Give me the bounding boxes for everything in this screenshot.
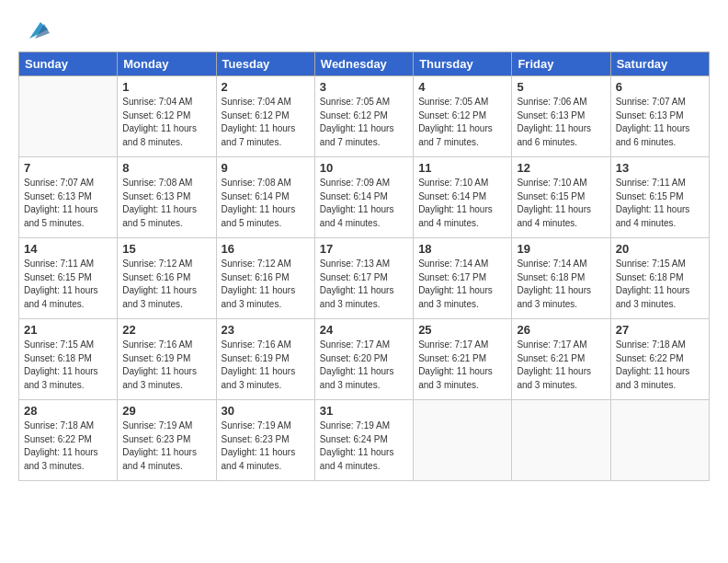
calendar: SundayMondayTuesdayWednesdayThursdayFrid… [18, 52, 710, 481]
calendar-cell: 14Sunrise: 7:11 AMSunset: 6:15 PMDayligh… [19, 238, 118, 319]
day-number: 20 [616, 242, 704, 256]
week-row-3: 14Sunrise: 7:11 AMSunset: 6:15 PMDayligh… [19, 238, 710, 319]
calendar-cell: 30Sunrise: 7:19 AMSunset: 6:23 PMDayligh… [216, 400, 314, 481]
day-number: 14 [24, 242, 112, 256]
day-info: Sunrise: 7:05 AMSunset: 6:12 PMDaylight:… [418, 96, 506, 149]
day-info: Sunrise: 7:07 AMSunset: 6:13 PMDaylight:… [24, 177, 112, 230]
day-number: 18 [418, 242, 506, 256]
day-info: Sunrise: 7:14 AMSunset: 6:17 PMDaylight:… [418, 258, 506, 311]
day-info: Sunrise: 7:15 AMSunset: 6:18 PMDaylight:… [616, 258, 704, 311]
day-number: 30 [222, 404, 310, 418]
page: SundayMondayTuesdayWednesdayThursdayFrid… [0, 0, 728, 563]
calendar-cell: 11Sunrise: 7:10 AMSunset: 6:14 PMDayligh… [414, 157, 512, 238]
calendar-cell: 28Sunrise: 7:18 AMSunset: 6:22 PMDayligh… [19, 400, 118, 481]
day-info: Sunrise: 7:08 AMSunset: 6:14 PMDaylight:… [222, 177, 310, 230]
calendar-cell: 3Sunrise: 7:05 AMSunset: 6:12 PMDaylight… [314, 76, 413, 157]
week-row-4: 21Sunrise: 7:15 AMSunset: 6:18 PMDayligh… [19, 319, 710, 400]
day-info: Sunrise: 7:07 AMSunset: 6:13 PMDaylight:… [616, 96, 704, 149]
calendar-cell: 2Sunrise: 7:04 AMSunset: 6:12 PMDaylight… [216, 76, 314, 157]
day-number: 2 [222, 80, 310, 94]
day-info: Sunrise: 7:11 AMSunset: 6:15 PMDaylight:… [24, 258, 112, 311]
day-number: 21 [24, 323, 112, 337]
calendar-cell: 22Sunrise: 7:16 AMSunset: 6:19 PMDayligh… [118, 319, 216, 400]
day-info: Sunrise: 7:16 AMSunset: 6:19 PMDaylight:… [122, 339, 210, 392]
day-info: Sunrise: 7:04 AMSunset: 6:12 PMDaylight:… [122, 96, 210, 149]
day-info: Sunrise: 7:10 AMSunset: 6:15 PMDaylight:… [517, 177, 605, 230]
calendar-cell: 25Sunrise: 7:17 AMSunset: 6:21 PMDayligh… [414, 319, 512, 400]
calendar-cell: 20Sunrise: 7:15 AMSunset: 6:18 PMDayligh… [610, 238, 709, 319]
day-number: 8 [122, 161, 210, 175]
col-header-tuesday: Tuesday [216, 52, 314, 76]
col-header-wednesday: Wednesday [314, 52, 413, 76]
calendar-cell: 29Sunrise: 7:19 AMSunset: 6:23 PMDayligh… [118, 400, 216, 481]
day-number: 10 [320, 161, 408, 175]
col-header-friday: Friday [512, 52, 610, 76]
calendar-cell: 15Sunrise: 7:12 AMSunset: 6:16 PMDayligh… [118, 238, 216, 319]
day-number: 27 [616, 323, 704, 337]
logo-icon [20, 13, 50, 42]
day-number: 9 [222, 161, 310, 175]
day-number: 15 [122, 242, 210, 256]
calendar-cell: 18Sunrise: 7:14 AMSunset: 6:17 PMDayligh… [414, 238, 512, 319]
day-info: Sunrise: 7:04 AMSunset: 6:12 PMDaylight:… [222, 96, 310, 149]
day-number: 7 [24, 161, 112, 175]
day-info: Sunrise: 7:18 AMSunset: 6:22 PMDaylight:… [24, 419, 112, 473]
week-row-1: 1Sunrise: 7:04 AMSunset: 6:12 PMDaylight… [19, 76, 710, 157]
calendar-cell: 6Sunrise: 7:07 AMSunset: 6:13 PMDaylight… [610, 76, 709, 157]
day-info: Sunrise: 7:17 AMSunset: 6:21 PMDaylight:… [517, 339, 605, 392]
day-info: Sunrise: 7:05 AMSunset: 6:12 PMDaylight:… [320, 96, 408, 149]
col-header-thursday: Thursday [414, 52, 512, 76]
col-header-monday: Monday [118, 52, 216, 76]
day-number: 23 [222, 323, 310, 337]
calendar-cell: 19Sunrise: 7:14 AMSunset: 6:18 PMDayligh… [512, 238, 610, 319]
week-row-2: 7Sunrise: 7:07 AMSunset: 6:13 PMDaylight… [19, 157, 710, 238]
calendar-cell: 27Sunrise: 7:18 AMSunset: 6:22 PMDayligh… [610, 319, 709, 400]
day-number: 29 [122, 404, 210, 418]
day-number: 22 [122, 323, 210, 337]
calendar-cell: 17Sunrise: 7:13 AMSunset: 6:17 PMDayligh… [314, 238, 413, 319]
day-number: 3 [320, 80, 408, 94]
day-info: Sunrise: 7:12 AMSunset: 6:16 PMDaylight:… [222, 258, 310, 311]
day-info: Sunrise: 7:17 AMSunset: 6:20 PMDaylight:… [320, 339, 408, 392]
day-info: Sunrise: 7:08 AMSunset: 6:13 PMDaylight:… [122, 177, 210, 230]
calendar-cell: 23Sunrise: 7:16 AMSunset: 6:19 PMDayligh… [216, 319, 314, 400]
day-info: Sunrise: 7:14 AMSunset: 6:18 PMDaylight:… [517, 258, 605, 311]
calendar-cell: 7Sunrise: 7:07 AMSunset: 6:13 PMDaylight… [19, 157, 118, 238]
col-header-sunday: Sunday [19, 52, 118, 76]
day-number: 11 [418, 161, 506, 175]
day-info: Sunrise: 7:16 AMSunset: 6:19 PMDaylight:… [222, 339, 310, 392]
day-number: 31 [320, 404, 408, 418]
calendar-cell: 4Sunrise: 7:05 AMSunset: 6:12 PMDaylight… [414, 76, 512, 157]
calendar-cell: 31Sunrise: 7:19 AMSunset: 6:24 PMDayligh… [314, 400, 413, 481]
day-info: Sunrise: 7:17 AMSunset: 6:21 PMDaylight:… [418, 339, 506, 392]
calendar-cell: 16Sunrise: 7:12 AMSunset: 6:16 PMDayligh… [216, 238, 314, 319]
day-info: Sunrise: 7:13 AMSunset: 6:17 PMDaylight:… [320, 258, 408, 311]
calendar-cell: 10Sunrise: 7:09 AMSunset: 6:14 PMDayligh… [314, 157, 413, 238]
calendar-cell: 1Sunrise: 7:04 AMSunset: 6:12 PMDaylight… [118, 76, 216, 157]
calendar-cell [414, 400, 512, 481]
day-number: 19 [517, 242, 605, 256]
day-info: Sunrise: 7:19 AMSunset: 6:23 PMDaylight:… [222, 419, 310, 473]
calendar-cell: 9Sunrise: 7:08 AMSunset: 6:14 PMDaylight… [216, 157, 314, 238]
day-info: Sunrise: 7:11 AMSunset: 6:15 PMDaylight:… [616, 177, 704, 230]
day-info: Sunrise: 7:19 AMSunset: 6:23 PMDaylight:… [122, 419, 210, 473]
day-number: 6 [616, 80, 704, 94]
calendar-cell [512, 400, 610, 481]
day-number: 12 [517, 161, 605, 175]
day-info: Sunrise: 7:10 AMSunset: 6:14 PMDaylight:… [418, 177, 506, 230]
calendar-header-row: SundayMondayTuesdayWednesdayThursdayFrid… [19, 52, 710, 76]
header [18, 17, 710, 42]
day-number: 24 [320, 323, 408, 337]
day-number: 5 [517, 80, 605, 94]
day-number: 16 [222, 242, 310, 256]
calendar-cell: 21Sunrise: 7:15 AMSunset: 6:18 PMDayligh… [19, 319, 118, 400]
day-number: 28 [24, 404, 112, 418]
day-info: Sunrise: 7:06 AMSunset: 6:13 PMDaylight:… [517, 96, 605, 149]
day-number: 26 [517, 323, 605, 337]
day-info: Sunrise: 7:15 AMSunset: 6:18 PMDaylight:… [24, 339, 112, 392]
day-number: 4 [418, 80, 506, 94]
week-row-5: 28Sunrise: 7:18 AMSunset: 6:22 PMDayligh… [19, 400, 710, 481]
day-number: 25 [418, 323, 506, 337]
calendar-cell: 24Sunrise: 7:17 AMSunset: 6:20 PMDayligh… [314, 319, 413, 400]
calendar-cell: 8Sunrise: 7:08 AMSunset: 6:13 PMDaylight… [118, 157, 216, 238]
